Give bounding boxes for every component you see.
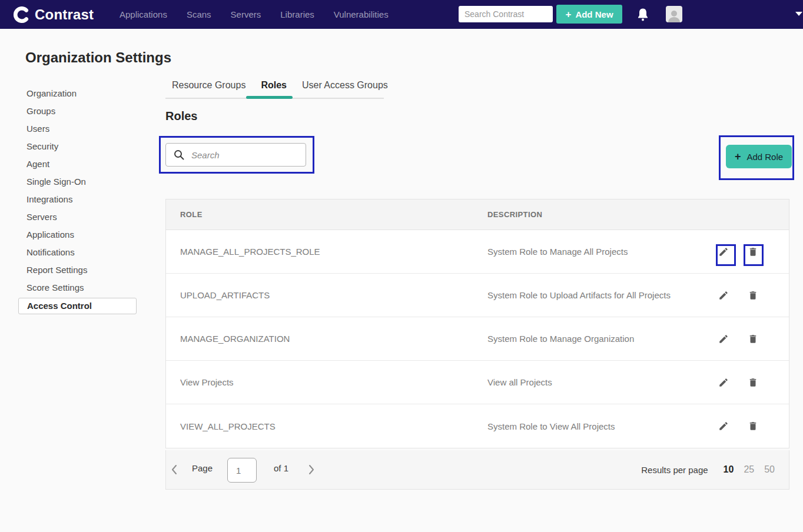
- delete-trash-icon[interactable]: [748, 421, 758, 431]
- add-new-button[interactable]: + Add New: [556, 5, 622, 24]
- sidebar-item-organization[interactable]: Organization: [26, 85, 144, 102]
- delete-trash-icon[interactable]: [748, 377, 758, 388]
- sidebar-item-notifications[interactable]: Notifications: [26, 244, 144, 261]
- profile-caret-icon[interactable]: [795, 12, 802, 16]
- sidebar-item-report-settings[interactable]: Report Settings: [26, 261, 144, 279]
- nav-link-scans[interactable]: Scans: [187, 9, 211, 19]
- sidebar-item-users[interactable]: Users: [26, 120, 144, 138]
- tab-resource-groups[interactable]: Resource Groups: [172, 80, 245, 91]
- tab-user-access-groups[interactable]: User Access Groups: [302, 80, 388, 91]
- brand[interactable]: Contrast: [13, 0, 94, 29]
- role-name: MANAGE_ALL_PROJECTS_ROLE: [166, 247, 487, 257]
- primary-nav: Applications Scans Servers Libraries Vul…: [120, 0, 389, 29]
- delete-trash-icon[interactable]: [748, 334, 758, 344]
- sidebar-item-single-sign-on[interactable]: Single Sign-On: [26, 173, 144, 191]
- table-row: MANAGE_ALL_PROJECTS_ROLE System Role to …: [166, 230, 789, 274]
- roles-table: ROLE DESCRIPTION MANAGE_ALL_PROJECTS_ROL…: [165, 199, 789, 448]
- page-number-input[interactable]: [227, 458, 257, 483]
- edit-pencil-icon[interactable]: [718, 377, 729, 388]
- magnifier-icon: [174, 149, 184, 160]
- results-per-page-option-10[interactable]: 10: [724, 464, 734, 475]
- add-new-label: Add New: [575, 9, 613, 19]
- results-per-page-label: Results per page: [641, 465, 708, 475]
- row-actions: [718, 274, 758, 317]
- access-control-tabs: Resource Groups Roles User Access Groups: [172, 80, 388, 91]
- roles-heading: Roles: [165, 109, 197, 123]
- delete-trash-icon[interactable]: [748, 290, 758, 301]
- results-per-page-option-25[interactable]: 25: [744, 464, 754, 475]
- settings-sidebar: Organization Groups Users Security Agent…: [26, 85, 144, 314]
- column-header-description: DESCRIPTION: [487, 210, 789, 219]
- row-actions: [718, 361, 758, 404]
- edit-pencil-icon[interactable]: [718, 421, 729, 431]
- column-header-role: ROLE: [166, 210, 487, 219]
- edit-pencil-icon[interactable]: [718, 334, 729, 344]
- table-row: UPLOAD_ARTIFACTS System Role to Upload A…: [166, 274, 789, 317]
- role-name: MANAGE_ORGANIZATION: [166, 334, 487, 344]
- results-per-page-option-50[interactable]: 50: [764, 464, 775, 475]
- add-role-label: Add Role: [746, 152, 783, 162]
- nav-link-vulnerabilities[interactable]: Vulnerabilities: [334, 9, 389, 19]
- row-actions: [718, 317, 758, 360]
- sidebar-item-servers[interactable]: Servers: [26, 208, 144, 226]
- table-row: MANAGE_ORGANIZATION System Role to Manag…: [166, 317, 789, 361]
- role-name: VIEW_ALL_PROJECTS: [166, 421, 487, 431]
- sidebar-item-groups[interactable]: Groups: [26, 102, 144, 120]
- table-row: View Projects View all Projects: [166, 361, 789, 404]
- plus-icon: +: [735, 151, 741, 162]
- user-avatar[interactable]: [666, 6, 682, 22]
- contrast-logo-icon: [13, 6, 29, 23]
- top-navbar: Contrast Applications Scans Servers Libr…: [0, 0, 803, 29]
- role-name: UPLOAD_ARTIFACTS: [166, 290, 487, 300]
- active-tab-underline: [246, 96, 293, 99]
- nav-link-applications[interactable]: Applications: [120, 9, 167, 19]
- edit-pencil-icon[interactable]: [718, 290, 729, 301]
- page-label: Page: [192, 463, 213, 473]
- chevron-right-icon[interactable]: [308, 464, 315, 477]
- sidebar-item-score-settings[interactable]: Score Settings: [26, 279, 144, 297]
- tab-roles[interactable]: Roles: [261, 80, 287, 91]
- roles-search-box: [165, 143, 306, 167]
- nav-link-servers[interactable]: Servers: [231, 9, 261, 19]
- role-name: View Projects: [166, 377, 487, 387]
- sidebar-item-applications[interactable]: Applications: [26, 226, 144, 244]
- edit-pencil-icon[interactable]: [718, 247, 729, 257]
- nav-link-libraries[interactable]: Libraries: [280, 9, 314, 19]
- table-footer: Page of 1 Results per page 10 25 50: [165, 450, 789, 490]
- row-actions: [718, 230, 758, 273]
- brand-name: Contrast: [35, 6, 94, 23]
- page-count-label: of 1: [274, 463, 288, 473]
- table-header: ROLE DESCRIPTION: [166, 200, 789, 230]
- sidebar-item-access-control[interactable]: Access Control: [18, 298, 137, 314]
- notifications-bell-icon[interactable]: [637, 8, 649, 22]
- add-role-button[interactable]: + Add Role: [726, 145, 792, 168]
- sidebar-item-security[interactable]: Security: [26, 138, 144, 155]
- global-search-input[interactable]: [459, 6, 553, 22]
- plus-icon: +: [565, 9, 571, 19]
- table-row: VIEW_ALL_PROJECTS System Role to View Al…: [166, 404, 789, 448]
- delete-trash-icon[interactable]: [748, 247, 758, 257]
- sidebar-item-agent[interactable]: Agent: [26, 155, 144, 173]
- page-title: Organization Settings: [25, 49, 171, 66]
- sidebar-item-integrations[interactable]: Integrations: [26, 191, 144, 208]
- row-actions: [718, 404, 758, 448]
- results-per-page: Results per page 10 25 50: [641, 450, 775, 489]
- roles-search-input[interactable]: [191, 144, 308, 166]
- chevron-left-icon[interactable]: [171, 464, 178, 477]
